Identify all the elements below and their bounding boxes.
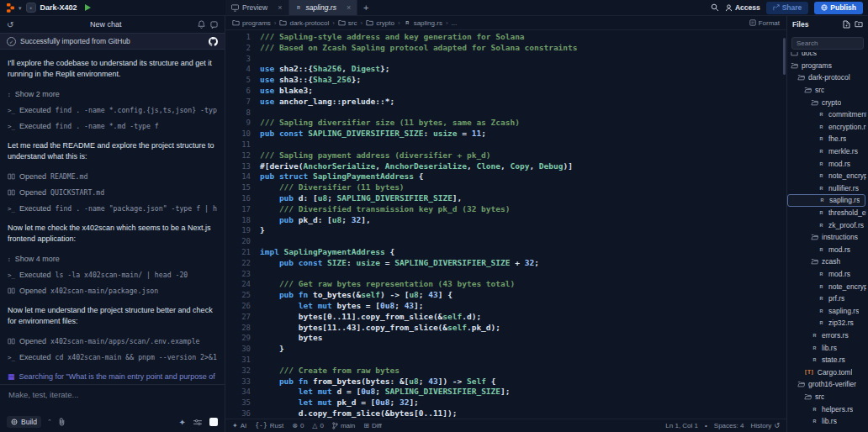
tree-file-mod-rs[interactable]: Rmod.rs [787, 244, 868, 256]
tree-folder-groth16-verifier[interactable]: groth16-verifier [787, 378, 868, 391]
new-file-icon[interactable] [843, 20, 850, 29]
breadcrumb-item[interactable]: src [338, 19, 357, 27]
code-line[interactable]: 11 [225, 140, 786, 150]
show-more-toggle[interactable]: ↕Show 4 more [8, 255, 217, 263]
language-status[interactable]: {-}Rust [255, 422, 283, 429]
code-line[interactable]: 19} [225, 225, 786, 236]
chevron-down-icon[interactable]: ▾ [19, 5, 22, 11]
code-line[interactable]: 18 pub pk_d: [u8; 32], [225, 215, 786, 226]
files-search-input[interactable] [791, 37, 864, 50]
code-line[interactable]: 23 [225, 269, 786, 280]
code-line[interactable]: 10pub const SAPLING_DIVERSIFIER_SIZE: us… [225, 129, 786, 140]
code-line[interactable]: 2/// Based on Zcash Sapling protocol ada… [225, 43, 786, 54]
tree-file-note-encryptio-[interactable]: Rnote_encryptio... [787, 170, 868, 182]
tree-folder-crypto[interactable]: crypto [787, 96, 868, 108]
errors-status[interactable]: ⊗0 [292, 422, 304, 429]
breadcrumb-item[interactable]: Rsapling.rs [404, 19, 442, 27]
code-line[interactable]: 13#[derive(AnchorSerialize, AnchorDeseri… [225, 161, 786, 172]
executed-command-row[interactable]: >_Executedls -la x402scan-main/ | head -… [8, 271, 217, 279]
code-line[interactable]: 16 pub d: [u8; SAPLING_DIVERSIFIER_SIZE]… [225, 193, 786, 204]
tree-file-lib-rs[interactable]: Rlib.rs [787, 341, 868, 354]
code-line[interactable]: 36 d.copy_from_slice(&bytes[0..11]); [225, 408, 786, 419]
executed-command-row[interactable]: >_Executedcd x402scan-main && pnpm --ver… [8, 353, 217, 361]
tree-file-encryption-rs[interactable]: Rencryption.rs [787, 121, 868, 134]
opened-file-row[interactable]: Openedx402scan-main/apps/scan/.env.examp… [8, 337, 217, 345]
tree-file-prf-rs[interactable]: Rprf.rs [787, 292, 868, 305]
search-icon[interactable] [711, 3, 719, 12]
code-line[interactable]: 14pub struct SaplingPaymentAddress { [225, 171, 786, 182]
ai-status[interactable]: ✦AI [232, 422, 246, 429]
tree-file-errors-rs[interactable]: Rerrors.rs [787, 329, 868, 342]
tree-file-state-rs[interactable]: Rstate.rs [787, 354, 868, 366]
code-line[interactable]: 20 [225, 236, 786, 247]
code-line[interactable]: 30 } [225, 344, 786, 355]
warnings-status[interactable]: △0 [312, 422, 324, 429]
code-line[interactable]: 21impl SaplingPaymentAddress { [225, 247, 786, 258]
repl-avatar[interactable]: ● [26, 3, 36, 13]
code-line[interactable]: 22 pub const SIZE: usize = SAPLING_DIVER… [225, 258, 786, 269]
tree-folder-instructions[interactable]: instructions [787, 231, 868, 244]
tree-file-commitment-rs[interactable]: Rcommitment.rs [787, 108, 868, 121]
code-line[interactable]: 27 bytes[0..11].copy_from_slice(&self.d)… [225, 312, 786, 323]
close-icon[interactable]: × [347, 3, 351, 12]
publish-button[interactable]: Publish [814, 2, 863, 14]
code-line[interactable]: 34 let mut d = [0u8; SAPLING_DIVERSIFIER… [225, 387, 786, 398]
executed-command-row[interactable]: >_Executedfind . -name "package.json" -t… [8, 204, 217, 213]
breadcrumb-item[interactable]: programs [232, 19, 271, 27]
code-line[interactable]: 9/// Sapling diversifier size (11 bytes,… [225, 118, 786, 129]
tree-folder-src[interactable]: src [787, 84, 868, 97]
code-editor[interactable]: 1/// Sapling-style address and key gener… [225, 30, 786, 419]
tree-folder-docs[interactable]: docs [787, 52, 868, 60]
code-line[interactable]: 25 pub fn to_bytes(&self) -> [u8; 43] { [225, 290, 786, 301]
breadcrumb-item[interactable]: crypto [366, 19, 394, 27]
tree-file-mod-rs[interactable]: Rmod.rs [787, 268, 868, 281]
tree-folder-dark-protocol[interactable]: dark-protocol [787, 71, 868, 84]
share-button[interactable]: Share [766, 2, 809, 14]
new-chat-icon[interactable] [210, 21, 218, 29]
show-more-toggle[interactable]: ↕Show 2 more [8, 90, 217, 98]
breadcrumb-item[interactable]: ... [452, 19, 458, 27]
tree-file-lib-rs[interactable]: Rlib.rs [787, 415, 868, 428]
attach-icon[interactable] [58, 418, 66, 426]
tree-file-sapling-rs[interactable]: Rsapling.rs [787, 304, 868, 317]
indent-setting[interactable]: Spaces: 4 [714, 422, 744, 429]
tab-preview[interactable]: Preview × [225, 0, 289, 15]
tree-file-fhe-rs[interactable]: Rfhe.rs [787, 133, 868, 145]
tree-file-zip32-rs[interactable]: Rzip32.rs [787, 317, 868, 329]
settings-sliders-icon[interactable] [193, 419, 202, 426]
tree-folder-zcash[interactable]: zcash [787, 256, 868, 268]
tree-file-note-encryptio-[interactable]: Rnote_encryptio... [787, 280, 868, 292]
executed-command-row[interactable]: >_Executedfind . -name *.config.{js,ts,j… [8, 106, 217, 114]
breadcrumb-item[interactable]: dark-protocol [279, 19, 329, 27]
mode-caret-icon[interactable]: ⌃ [47, 419, 52, 425]
code-line[interactable]: 28 bytes[11..43].copy_from_slice(&self.p… [225, 323, 786, 334]
workspace-title[interactable]: Dark-X402 [40, 3, 77, 12]
tree-folder-src[interactable]: src [787, 391, 868, 403]
code-line[interactable]: 6use blake3; [225, 86, 786, 97]
tree-file-helpers-rs[interactable]: Rhelpers.rs [787, 403, 868, 415]
code-line[interactable]: 1/// Sapling-style address and key gener… [225, 32, 786, 43]
opened-file-row[interactable]: OpenedREADME.md [8, 172, 217, 181]
format-button[interactable]: Format [749, 19, 780, 27]
tree-file-zk-proof-rs[interactable]: Rzk_proof.rs [787, 219, 868, 231]
opened-file-row[interactable]: OpenedQUICKSTART.md [8, 188, 217, 197]
tree-file-sapling-rs[interactable]: Rsapling.rs [787, 194, 865, 207]
code-line[interactable]: 15 /// Diversifier (11 bytes) [225, 182, 786, 193]
code-line[interactable]: 5use sha3::{Sha3_256}; [225, 75, 786, 86]
new-tab-button[interactable]: + [357, 0, 374, 15]
tree-file-threshold-elga-[interactable]: Rthreshold_elga... [787, 207, 868, 219]
code-line[interactable]: 24 /// Get raw bytes representation (43 … [225, 279, 786, 290]
git-branch-status[interactable]: main [332, 422, 355, 429]
searching-status-row[interactable]: ▦Searching for "What is the main entry p… [8, 372, 217, 381]
code-line[interactable]: 33 pub fn from_bytes(bytes: &[u8; 43]) -… [225, 377, 786, 387]
tree-file-mod-rs[interactable]: Rmod.rs [787, 157, 868, 170]
diff-status[interactable]: ⊞Diff [363, 422, 382, 429]
code-line[interactable]: 12/// Sapling payment address (diversifi… [225, 150, 786, 161]
chat-input[interactable] [7, 389, 221, 400]
spark-icon[interactable]: ✦ [179, 418, 186, 427]
replit-logo-icon[interactable] [7, 3, 14, 13]
code-line[interactable]: 26 let mut bytes = [0u8; 43]; [225, 301, 786, 312]
tab-sapling-rs[interactable]: R sapling.rs × [289, 0, 358, 15]
history-button[interactable]: History↺ [750, 422, 780, 429]
cursor-position[interactable]: Ln 1, Col 1 [665, 422, 698, 429]
